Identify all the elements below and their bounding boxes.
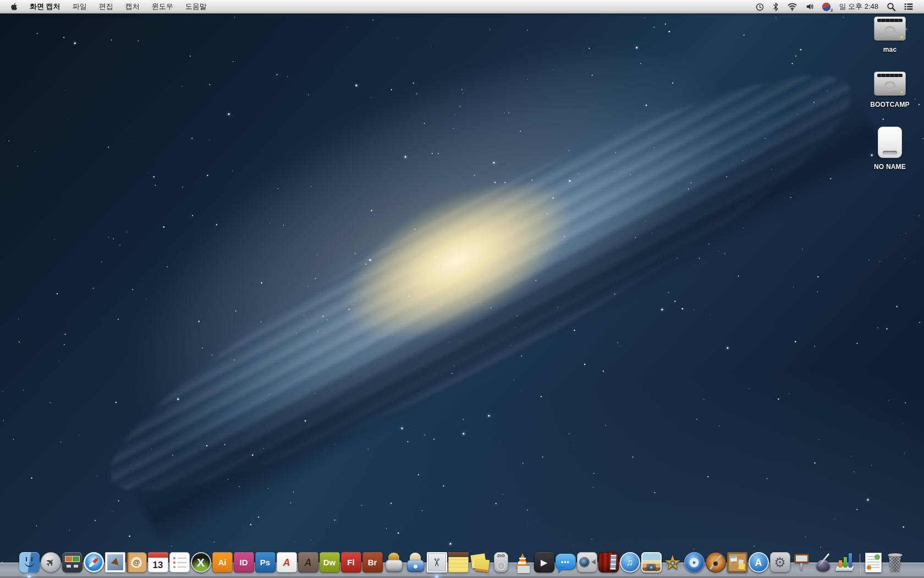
dock-item-reminders[interactable] (169, 544, 190, 578)
dock: ✈@13XAiIDPsAADwFlBr✂DVD▶•••♫★A⚙ (0, 547, 924, 578)
internal-hard-drive-icon (874, 72, 906, 96)
dock-item-pages[interactable] (812, 544, 834, 578)
dock-item-keynote[interactable] (791, 544, 812, 578)
dock-item-flash[interactable]: Fl (340, 544, 362, 578)
apple-menu[interactable] (7, 0, 24, 13)
messages-icon: ••• (556, 554, 576, 570)
dock-item-garageband[interactable] (705, 544, 727, 578)
dock-item-iphoto[interactable] (641, 544, 662, 578)
volume-menu[interactable] (801, 0, 818, 13)
menu-window[interactable]: 윈도우 (146, 0, 179, 13)
dock-item-grab[interactable]: ✂ (426, 544, 448, 578)
dock-item-adobe-reader[interactable]: A (298, 544, 319, 578)
dock-item-facetime[interactable] (576, 544, 598, 578)
bridge-icon: Br (362, 552, 383, 572)
imovie-icon: ★ (663, 552, 683, 572)
app-store-glyph: A (755, 558, 762, 568)
dreamweaver-icon: Dw (320, 552, 340, 572)
desktop-icon-bootcamp[interactable]: BOOTCAMP (870, 72, 910, 108)
dock-item-dreamweaver[interactable]: Dw (319, 544, 340, 578)
dock-item-indesign[interactable]: ID (233, 544, 255, 578)
dock-item-documents-stack[interactable] (863, 544, 884, 578)
video-player-glyph: ▶ (541, 558, 547, 566)
system-preferences-glyph: ⚙ (774, 556, 786, 569)
dock-item-messages[interactable]: ••• (555, 544, 576, 578)
photoshop-glyph: Ps (260, 558, 270, 566)
menu-capture[interactable]: 캡처 (119, 0, 146, 13)
dock-item-illustrator[interactable]: Ai (212, 544, 233, 578)
dreamweaver-glyph: Dw (323, 558, 336, 566)
notification-center-icon (904, 2, 914, 11)
dock-item-photoshop[interactable]: Ps (255, 544, 276, 578)
app-menu-title[interactable]: 화면 캡처 (24, 0, 67, 13)
facetime-icon (577, 552, 597, 572)
bluetooth-menu[interactable] (768, 0, 783, 13)
time-machine-menu[interactable] (751, 0, 768, 13)
dock-item-quarkxpress[interactable]: X (190, 544, 212, 578)
menu-file[interactable]: 파일 (67, 0, 93, 13)
contacts-icon: @ (127, 552, 147, 572)
dock-item-numbers[interactable] (834, 544, 855, 578)
dock-item-toast-blue[interactable] (405, 544, 426, 578)
desktop-drives: macBOOTCAMPNO NAME (864, 17, 916, 189)
bluetooth-icon (772, 2, 779, 12)
removable-drive-icon (878, 127, 902, 158)
messages-glyph: ••• (561, 559, 570, 565)
dock-item-trash[interactable] (884, 544, 906, 578)
menu-edit[interactable]: 편집 (93, 0, 119, 13)
dock-item-vlc[interactable] (512, 544, 534, 578)
drive-label: mac (883, 46, 897, 53)
time-machine-icon (755, 2, 765, 12)
photo-booth-icon (598, 552, 619, 572)
dock-item-bridge[interactable]: Br (362, 544, 383, 578)
documents-stack-icon (865, 553, 882, 572)
dock-item-finder[interactable] (19, 544, 40, 578)
dock-item-mission-control[interactable] (62, 544, 83, 578)
menubar-clock[interactable]: 일 오후 2:48 (834, 2, 883, 12)
bridge-glyph: Br (368, 558, 377, 566)
dvd-player-glyph: DVD (497, 554, 505, 558)
dock-item-notepad[interactable] (448, 544, 469, 578)
input-source-menu[interactable]: 2 (818, 0, 834, 13)
desktop-icon-mac[interactable]: mac (874, 17, 906, 53)
menu-help[interactable]: 도움말 (179, 0, 213, 13)
dock-item-calendar[interactable]: 13 (147, 544, 169, 578)
launchpad-glyph: ✈ (44, 556, 57, 569)
desktop-icon-no-name[interactable]: NO NAME (874, 127, 906, 171)
illustrator-icon: Ai (212, 552, 233, 572)
dock-item-safari[interactable] (83, 544, 105, 578)
dock-item-acrobat[interactable]: A (276, 544, 298, 578)
wifi-icon (787, 2, 798, 11)
dock-item-app-store[interactable]: A (748, 544, 769, 578)
dock-item-toast-titanium[interactable] (383, 544, 405, 578)
dock-item-stickies[interactable] (469, 544, 491, 578)
drive-led (901, 36, 903, 38)
dock-item-video-player[interactable]: ▶ (534, 544, 555, 578)
wifi-menu[interactable] (783, 0, 801, 13)
spotlight-menu[interactable] (883, 0, 900, 13)
corkboard-app-icon (727, 552, 747, 572)
dock-item-system-preferences[interactable]: ⚙ (769, 544, 791, 578)
adobe-reader-glyph: A (305, 558, 312, 568)
vlc-icon (513, 552, 533, 572)
dock-item-corkboard-app[interactable] (727, 544, 748, 578)
toast-titanium-icon (384, 552, 404, 572)
iphoto-icon (641, 552, 662, 572)
acrobat-glyph: A (283, 558, 290, 568)
dock-item-imovie[interactable]: ★ (662, 544, 684, 578)
trash-icon (885, 552, 905, 572)
photoshop-icon: Ps (255, 552, 276, 572)
dock-item-launchpad[interactable]: ✈ (40, 544, 62, 578)
dock-item-contacts[interactable]: @ (126, 544, 147, 578)
mission-control-icon (62, 552, 82, 572)
dock-item-itunes[interactable]: ♫ (619, 544, 641, 578)
finder-icon (19, 552, 40, 572)
dock-item-photo-booth[interactable] (598, 544, 619, 578)
itunes-glyph: ♫ (626, 558, 634, 567)
dock-item-mail[interactable] (105, 544, 126, 578)
app-store-icon: A (749, 552, 769, 572)
notification-center-menu[interactable] (900, 0, 917, 13)
dock-item-dvd-player[interactable]: DVD (491, 544, 512, 578)
dock-item-idvd[interactable] (684, 544, 705, 578)
mail-icon (105, 552, 125, 572)
